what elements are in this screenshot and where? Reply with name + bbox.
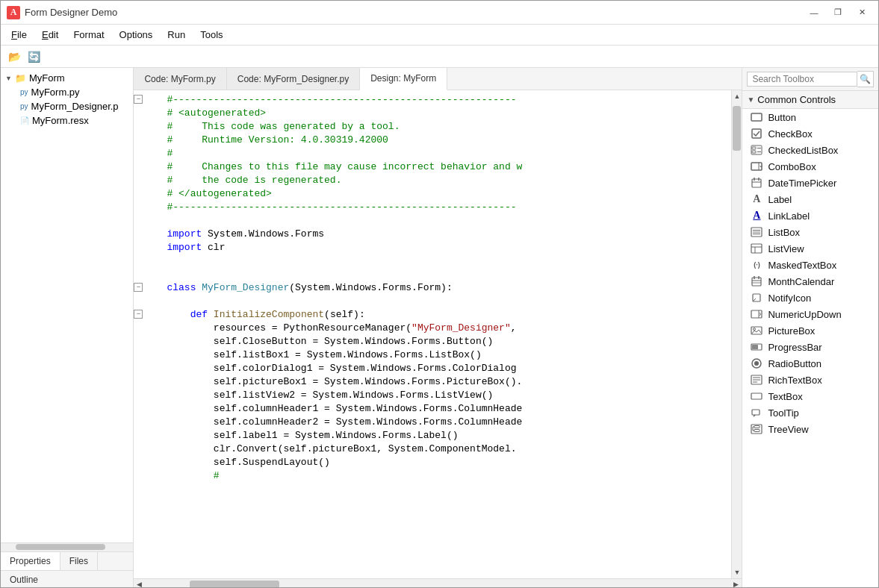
numericupdown-ctrl-icon: [750, 308, 763, 320]
tab-code-myform-designer[interactable]: Code: MyForm_Designer.py: [227, 68, 360, 90]
code-text: self.listView2 = System.Windows.Forms.Li…: [164, 389, 731, 402]
toolbox-item-label: RichTextBox: [768, 375, 821, 386]
h-scroll-thumb[interactable]: [190, 581, 279, 588]
open-button[interactable]: 📂: [5, 48, 23, 66]
toolbox-item-checkedlistbox[interactable]: CheckedListBox: [742, 142, 878, 158]
file-tree: ▼ 📁 MyForm py MyForm.py py MyForm_Design…: [1, 68, 133, 542]
menu-options[interactable]: Options: [112, 27, 161, 43]
svg-rect-5: [752, 151, 756, 153]
code-line: self.listBox1 = System.Windows.Forms.Lis…: [134, 348, 731, 362]
code-line: self.colorDialog1 = System.Windows.Forms…: [134, 362, 731, 375]
scroll-left-button[interactable]: ◀: [134, 579, 145, 589]
toolbox-item-label: NotifyIcon: [768, 293, 811, 304]
toolbox-item-listview[interactable]: ListView: [742, 240, 878, 257]
code-text: # Runtime Version: 4.0.30319.42000: [164, 134, 731, 147]
toolbox-list: ▼ Common Controls Button CheckBox: [742, 91, 878, 588]
vertical-scrollbar[interactable]: ▲ ▼: [731, 90, 742, 578]
scroll-thumb[interactable]: [733, 106, 741, 151]
code-text: # Changes to this file may cause incorre…: [164, 160, 731, 174]
code-line: − def InitializeComponent(self):: [134, 308, 731, 322]
code-text: # <autogenerated>: [164, 107, 731, 120]
code-content: − #-------------------------------------…: [134, 90, 731, 486]
maximize-button[interactable]: ❐: [827, 5, 848, 20]
minimize-button[interactable]: —: [804, 5, 824, 20]
svg-rect-3: [752, 147, 756, 149]
code-container: − #-------------------------------------…: [134, 90, 742, 578]
code-line: self.label1 = System.Windows.Forms.Label…: [134, 429, 731, 442]
outline-section[interactable]: Outline: [1, 570, 133, 588]
listview-ctrl-icon: [750, 243, 763, 254]
code-text: class MyForm_Designer(System.Windows.For…: [164, 281, 731, 295]
tab-code-myform[interactable]: Code: MyForm.py: [134, 68, 226, 90]
toolbox-item-picturebox[interactable]: PictureBox: [742, 322, 878, 339]
tab-files[interactable]: Files: [60, 552, 98, 570]
h-scroll-track[interactable]: [145, 579, 730, 588]
toolbox-item-progressbar[interactable]: ProgressBar: [742, 339, 878, 355]
toolbox-item-listbox[interactable]: ListBox: [742, 224, 878, 240]
menu-tools[interactable]: Tools: [193, 27, 230, 43]
toolbox-item-maskedtextbox[interactable]: (·) MaskedTextBox: [742, 257, 878, 273]
code-text: # This code was generated by a tool.: [164, 120, 731, 134]
window-controls: — ❐ ✕: [804, 5, 872, 20]
menu-run[interactable]: Run: [160, 27, 193, 43]
code-line: self.pictureBox1 = System.Windows.Forms.…: [134, 375, 731, 389]
tree-item-myform-py[interactable]: py MyForm.py: [1, 85, 133, 99]
close-button[interactable]: ✕: [851, 5, 872, 20]
code-text: [164, 268, 731, 281]
toolbox-item-label: NumericUpDown: [768, 309, 841, 320]
tree-item-myform-resx[interactable]: 📄 MyForm.resx: [1, 113, 133, 128]
menu-edit[interactable]: Edit: [34, 27, 66, 43]
code-text: import clr: [164, 241, 731, 254]
toolbox-item-notifyicon[interactable]: NotifyIcon: [742, 290, 878, 306]
combobox-ctrl-icon: [750, 160, 763, 172]
toolbox-item-combobox[interactable]: ComboBox: [742, 158, 878, 175]
toolbox-item-monthcalendar[interactable]: MonthCalendar: [742, 273, 878, 290]
horizontal-scrollbar[interactable]: ◀ ▶: [134, 578, 742, 588]
menu-format[interactable]: Format: [66, 27, 111, 43]
tooltip-ctrl-icon: [750, 407, 763, 419]
code-line: self.SuspendLayout(): [134, 456, 731, 469]
scroll-right-button[interactable]: ▶: [730, 579, 742, 589]
collapse-button[interactable]: −: [134, 283, 143, 292]
search-icon[interactable]: 🔍: [857, 71, 874, 87]
left-scroll-thumb[interactable]: [16, 544, 105, 550]
toolbox-item-checkbox[interactable]: CheckBox: [742, 125, 878, 142]
toolbox-item-radiobutton[interactable]: RadioButton: [742, 355, 878, 372]
tab-design-myform[interactable]: Design: MyForm: [360, 68, 447, 90]
toolbox-item-datetimepicker[interactable]: DateTimePicker: [742, 175, 878, 191]
code-line: import System.Windows.Forms: [134, 228, 731, 241]
tab-properties[interactable]: Properties: [1, 552, 60, 570]
scroll-track[interactable]: [732, 102, 742, 566]
scroll-down-button[interactable]: ▼: [731, 566, 742, 578]
toolbox-item-linklabel[interactable]: A LinkLabel: [742, 207, 878, 224]
code-text: self.columnHeader1 = System.Windows.Form…: [164, 402, 731, 416]
tree-item-myform-designer[interactable]: py MyForm_Designer.p: [1, 99, 133, 113]
refresh-button[interactable]: 🔄: [25, 48, 43, 66]
toolbox-item-numericupdown[interactable]: NumericUpDown: [742, 306, 878, 322]
code-text: self.CloseButton = System.Windows.Forms.…: [164, 335, 731, 348]
toolbox-section-header[interactable]: ▼ Common Controls: [742, 91, 878, 109]
search-input[interactable]: [747, 72, 857, 87]
toolbox-item-label: ToolTip: [768, 407, 798, 419]
toolbox-item-button[interactable]: Button: [742, 109, 878, 125]
section-label: Common Controls: [757, 94, 836, 105]
menu-file[interactable]: File: [4, 27, 34, 43]
progressbar-ctrl-icon: [750, 341, 763, 353]
tree-root-myform[interactable]: ▼ 📁 MyForm: [1, 71, 133, 85]
richtextbox-ctrl-icon: [750, 374, 763, 386]
toolbox-item-label[interactable]: A Label: [742, 191, 878, 207]
toolbox-item-textbox[interactable]: TextBox: [742, 388, 878, 404]
collapse-button[interactable]: −: [134, 310, 143, 319]
svg-rect-9: [752, 179, 761, 187]
scroll-up-button[interactable]: ▲: [731, 90, 742, 102]
notifyicon-ctrl-icon: [750, 292, 763, 304]
toolbox-item-richtextbox[interactable]: RichTextBox: [742, 372, 878, 388]
toolbox-item-label: Label: [768, 194, 792, 205]
checkedlistbox-ctrl-icon: [750, 144, 763, 156]
code-scroll-area[interactable]: − #-------------------------------------…: [134, 90, 731, 578]
toolbox-item-tooltip[interactable]: ToolTip: [742, 404, 878, 421]
code-text: self.columnHeader2 = System.Windows.Form…: [164, 416, 731, 429]
left-horizontal-scrollbar[interactable]: [1, 542, 133, 551]
collapse-button[interactable]: −: [134, 95, 143, 104]
toolbox-item-treeview[interactable]: TreeView: [742, 421, 878, 437]
